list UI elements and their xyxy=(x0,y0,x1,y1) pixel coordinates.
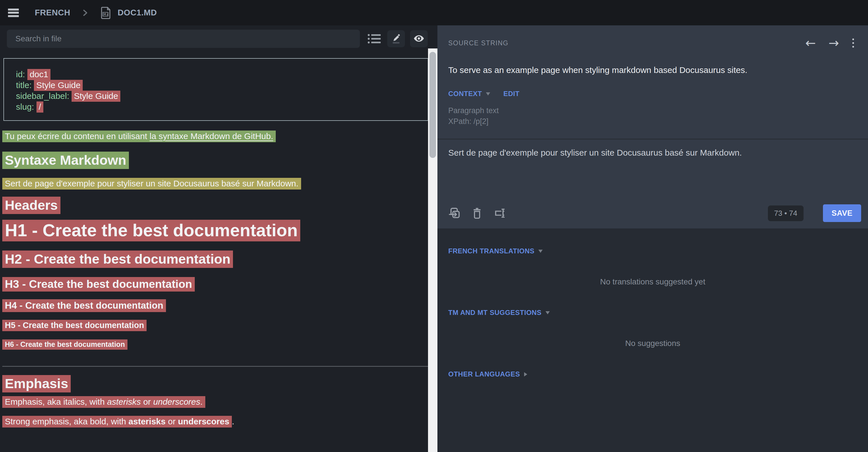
doc-heading-emphasis: Emphasis xyxy=(2,375,428,392)
trash-icon xyxy=(472,207,482,219)
copy-source-button[interactable] xyxy=(448,207,460,220)
svg-text:M↓: M↓ xyxy=(103,12,108,16)
more-menu-button[interactable] xyxy=(851,37,855,49)
translated-string[interactable]: Syntaxe Markdown xyxy=(2,152,129,169)
suggestions-empty-text: No suggestions xyxy=(437,339,868,348)
translations-empty-text: No translations suggested yet xyxy=(437,277,868,286)
chevron-down-icon xyxy=(538,250,542,253)
edit-context-button[interactable]: EDIT xyxy=(503,90,520,98)
edit-mode-button[interactable] xyxy=(387,30,405,47)
source-text: To serve as an example page when styling… xyxy=(448,65,855,75)
chevron-down-icon xyxy=(546,311,550,314)
breadcrumb-file: DOC1.MD xyxy=(118,8,157,18)
doc-heading-h3: H3 - Create the best documentation xyxy=(2,277,428,291)
doc-paragraph: Emphasis, aka italics, with asterisks or… xyxy=(2,396,428,407)
copy-source-icon xyxy=(448,207,460,220)
doc-link[interactable]: la syntaxe Markdown de GitHub. xyxy=(150,131,274,141)
panel-divider xyxy=(437,139,868,139)
doc-paragraph: Tu peux écrire du contenu en utilisant l… xyxy=(2,131,428,142)
source-string[interactable]: Style Guide xyxy=(34,80,83,91)
topbar: FRENCH M↓ DOC1.MD xyxy=(0,0,868,25)
preview-mode-button[interactable] xyxy=(410,30,428,47)
markdown-file-icon: M↓ xyxy=(100,6,112,20)
document-scrollbar[interactable] xyxy=(428,49,437,452)
translated-string[interactable]: Tu peux écrire du contenu en utilisant l… xyxy=(2,131,276,142)
translation-toolbar: 73 • 74 SAVE xyxy=(448,204,861,222)
translation-panel: SOURCE STRING ← → To serve as an example… xyxy=(437,25,868,452)
search-input[interactable] xyxy=(7,30,360,48)
document-content: id: doc1 title: Style Guide sidebar_labe… xyxy=(0,48,437,427)
doc-heading-headers: Headers xyxy=(2,197,428,214)
untranslated-string[interactable]: H2 - Create the best documentation xyxy=(2,251,233,268)
eye-icon xyxy=(413,33,425,45)
doc-heading-h5: H5 - Create the best documentation xyxy=(2,320,428,330)
chevron-down-icon xyxy=(486,92,490,95)
string-list-icon[interactable] xyxy=(367,30,381,48)
source-string-header: SOURCE STRING ← → xyxy=(448,25,855,49)
chevron-right-icon xyxy=(524,372,527,377)
source-string[interactable]: / xyxy=(36,101,43,112)
translation-editor: FRENCH M↓ DOC1.MD xyxy=(0,0,868,452)
pencil-icon xyxy=(391,33,402,45)
untranslated-string[interactable]: Emphasis, aka italics, with asterisks or… xyxy=(2,396,205,408)
untranslated-string[interactable]: H1 - Create the best documentation xyxy=(2,220,300,241)
select-text-button[interactable] xyxy=(494,207,506,219)
context-row: CONTEXT EDIT xyxy=(448,90,855,98)
search-row xyxy=(0,25,437,48)
untranslated-string[interactable]: H4 - Create the best documentation xyxy=(2,299,166,312)
context-toggle[interactable]: CONTEXT xyxy=(448,90,490,98)
tm-suggestions-toggle[interactable]: TM AND MT SUGGESTIONS xyxy=(448,309,868,317)
untranslated-string[interactable]: Emphasis xyxy=(2,375,71,392)
untranslated-string[interactable]: Headers xyxy=(2,197,60,214)
menu-icon[interactable] xyxy=(8,8,19,17)
context-meta: Paragraph text XPath: /p[2] xyxy=(448,105,855,127)
doc-divider xyxy=(2,366,428,367)
context-xpath: XPath: /p[2] xyxy=(448,116,855,127)
french-translations-toggle[interactable]: FRENCH TRANSLATIONS xyxy=(448,229,868,255)
doc-paragraph: Strong emphasis, aka bold, with asterisk… xyxy=(2,416,428,427)
suggestions-area: FRENCH TRANSLATIONS No translations sugg… xyxy=(437,229,868,452)
previous-string-button[interactable]: ← xyxy=(805,39,816,47)
breadcrumb-chevron-icon xyxy=(82,8,89,17)
frontmatter-row: sidebar_label: Style Guide xyxy=(16,91,422,101)
selected-string[interactable]: Sert de page d'exemple pour styliser un … xyxy=(2,178,301,190)
kebab-icon xyxy=(851,37,855,49)
doc-heading-h2: H2 - Create the best documentation xyxy=(2,251,428,268)
breadcrumb-project[interactable]: FRENCH xyxy=(35,8,70,18)
next-string-button[interactable]: → xyxy=(828,39,839,47)
untranslated-string[interactable]: Strong emphasis, aka bold, with asterisk… xyxy=(2,416,232,427)
text-cursor-icon xyxy=(494,207,506,219)
string-navigation: ← → xyxy=(805,37,855,49)
frontmatter-row: title: Style Guide xyxy=(16,80,422,91)
source-string-card: SOURCE STRING ← → To serve as an example… xyxy=(437,25,868,229)
translation-input[interactable]: Sert de page d'exemple pour styliser un … xyxy=(448,148,855,158)
context-type: Paragraph text xyxy=(448,105,855,116)
scrollbar-thumb[interactable] xyxy=(429,52,436,158)
save-button[interactable]: SAVE xyxy=(823,204,861,222)
frontmatter-row: slug: / xyxy=(16,101,422,112)
delete-translation-button[interactable] xyxy=(472,207,482,219)
source-string[interactable]: doc1 xyxy=(27,69,51,80)
frontmatter-block: id: doc1 title: Style Guide sidebar_labe… xyxy=(3,58,428,121)
doc-heading-h1: H1 - Create the best documentation xyxy=(2,220,428,241)
frontmatter-row: id: doc1 xyxy=(16,69,422,80)
doc-heading-syntaxe: Syntaxe Markdown xyxy=(2,152,428,169)
char-counter: 73 • 74 xyxy=(768,205,804,221)
source-string-label: SOURCE STRING xyxy=(448,39,508,47)
untranslated-string[interactable]: H3 - Create the best documentation xyxy=(2,277,195,292)
other-languages-toggle[interactable]: OTHER LANGUAGES xyxy=(448,370,868,378)
doc-paragraph: Sert de page d'exemple pour styliser un … xyxy=(2,178,428,189)
doc-heading-h4: H4 - Create the best documentation xyxy=(2,299,428,311)
doc-heading-h6: H6 - Create the best documentation xyxy=(2,340,428,349)
source-string[interactable]: Style Guide xyxy=(71,91,120,102)
untranslated-string[interactable]: H5 - Create the best documentation xyxy=(2,320,147,331)
document-pane: id: doc1 title: Style Guide sidebar_labe… xyxy=(0,25,437,452)
untranslated-string[interactable]: H6 - Create the best documentation xyxy=(2,340,127,350)
